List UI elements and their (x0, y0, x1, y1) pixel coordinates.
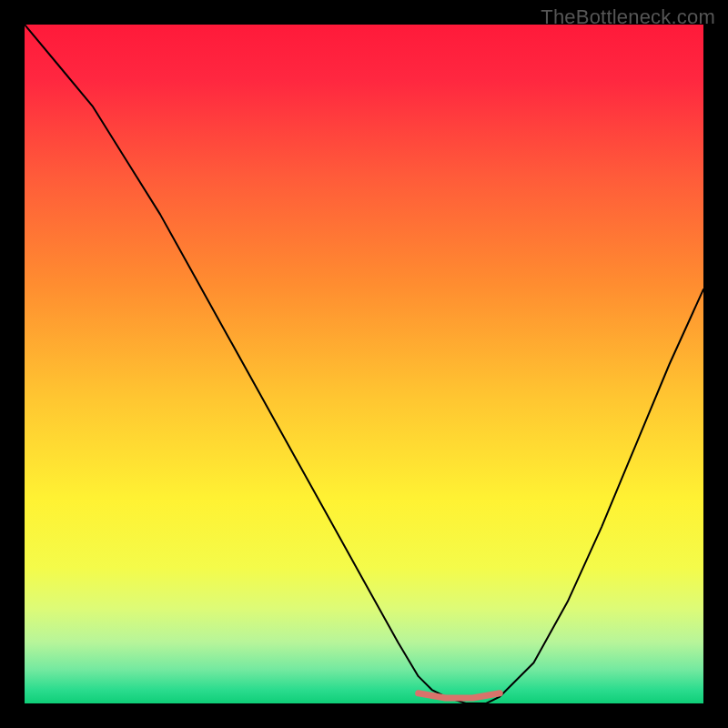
chart-background-gradient (25, 25, 703, 703)
chart-canvas (0, 0, 728, 728)
bottleneck-chart: TheBottleneck.com (0, 0, 728, 728)
watermark-text: TheBottleneck.com (541, 5, 715, 29)
